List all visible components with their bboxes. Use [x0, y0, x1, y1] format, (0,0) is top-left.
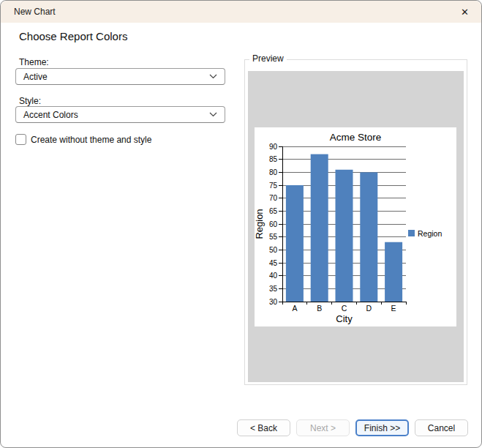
style-selected-value: Accent Colors — [23, 110, 78, 120]
svg-text:70: 70 — [269, 194, 278, 202]
svg-text:90: 90 — [269, 143, 278, 151]
svg-text:B: B — [317, 304, 322, 313]
theme-label: Theme: — [19, 57, 49, 67]
chevron-down-icon — [209, 74, 217, 79]
back-button[interactable]: < Back — [237, 419, 290, 436]
svg-text:40: 40 — [269, 272, 278, 280]
preview-groupbox: Preview 30354045505560657075808590ABCDEA… — [244, 59, 467, 385]
close-button[interactable]: ✕ — [448, 1, 481, 23]
cancel-button[interactable]: Cancel — [415, 419, 468, 436]
svg-text:65: 65 — [269, 207, 278, 215]
style-label: Style: — [19, 96, 41, 106]
close-icon: ✕ — [461, 7, 469, 18]
chart-viewer: 30354045505560657075808590ABCDEAcme Stor… — [248, 71, 464, 382]
new-chart-dialog: New Chart ✕ Choose Report Colors Theme: … — [0, 0, 482, 448]
svg-text:85: 85 — [269, 155, 278, 163]
svg-text:50: 50 — [269, 246, 278, 254]
create-without-theme-checkbox[interactable]: Create without theme and style — [15, 134, 151, 145]
chevron-down-icon — [209, 112, 217, 117]
checkbox-label: Create without theme and style — [31, 135, 151, 145]
next-button[interactable]: Next > — [296, 419, 350, 436]
svg-text:45: 45 — [269, 259, 278, 267]
svg-text:E: E — [391, 304, 396, 313]
svg-text:80: 80 — [269, 168, 278, 176]
finish-button[interactable]: Finish >> — [355, 419, 409, 436]
theme-select[interactable]: Active — [15, 68, 225, 85]
window-title: New Chart — [1, 7, 56, 17]
chart-preview: 30354045505560657075808590ABCDEAcme Stor… — [255, 127, 456, 326]
svg-text:D: D — [366, 304, 372, 313]
style-select[interactable]: Accent Colors — [15, 106, 225, 123]
svg-text:A: A — [292, 304, 297, 313]
svg-text:Acme Store: Acme Store — [330, 132, 382, 143]
preview-label: Preview — [249, 53, 287, 64]
svg-text:55: 55 — [269, 233, 278, 241]
wizard-button-bar: < Back Next > Finish >> Cancel — [237, 419, 468, 436]
svg-text:C: C — [342, 304, 347, 313]
svg-text:75: 75 — [269, 182, 278, 190]
checkbox-box[interactable] — [15, 134, 26, 145]
svg-text:City: City — [336, 313, 353, 324]
svg-text:Region: Region — [418, 229, 442, 238]
chart-canvas: 30354045505560657075808590ABCDEAcme Stor… — [255, 127, 456, 326]
svg-text:Region: Region — [255, 209, 265, 239]
svg-text:35: 35 — [269, 285, 278, 293]
page-title: Choose Report Colors — [19, 30, 127, 42]
theme-selected-value: Active — [23, 72, 48, 82]
title-bar[interactable]: New Chart ✕ — [1, 1, 481, 23]
svg-text:30: 30 — [269, 298, 278, 306]
svg-text:60: 60 — [269, 220, 278, 228]
